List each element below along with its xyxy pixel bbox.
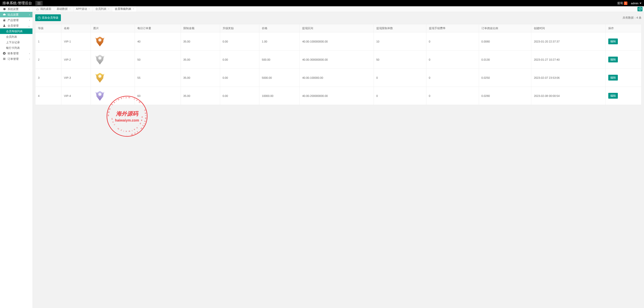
table-cell: 编辑 bbox=[606, 87, 641, 105]
table-cell: 55 bbox=[135, 69, 181, 87]
sidebar-item[interactable]: 银行卡列表 bbox=[0, 45, 32, 51]
table-cell: 5000.00 bbox=[259, 69, 300, 87]
menu-toggle-button[interactable] bbox=[35, 1, 43, 6]
table-cell: 0 bbox=[374, 69, 426, 87]
table-cell: 0 bbox=[426, 32, 479, 51]
chevron-icon: ⌄ bbox=[28, 24, 30, 27]
close-icon[interactable]: × bbox=[108, 8, 109, 10]
edit-button[interactable]: 编辑 bbox=[608, 75, 618, 81]
sidebar-item-label: 会员列表 bbox=[6, 35, 30, 39]
table-cell: 0 bbox=[426, 69, 479, 87]
tab[interactable]: 会员列表× bbox=[93, 6, 112, 12]
table-row: 4VIP-46035.000.0010000.0040.00-200000000… bbox=[35, 87, 641, 105]
table-cell: 40.00-100000.00 bbox=[300, 69, 374, 87]
sidebar-item-label: 系统设置 bbox=[8, 7, 29, 11]
table-cell: 35.00 bbox=[181, 51, 220, 69]
sidebar-item-label: 订单管理 bbox=[8, 57, 29, 61]
edit-button[interactable]: 编辑 bbox=[608, 38, 618, 44]
level-badge-image bbox=[93, 54, 106, 66]
close-icon[interactable]: × bbox=[69, 8, 71, 10]
svg-point-1 bbox=[98, 57, 101, 60]
money-icon bbox=[3, 52, 6, 55]
chevron-icon: ‹ bbox=[29, 8, 30, 11]
close-icon[interactable]: × bbox=[89, 8, 90, 10]
table-cell: 2023-01-20 22:37:37 bbox=[531, 32, 606, 51]
notice-button[interactable]: 提现 1 bbox=[617, 1, 627, 5]
gear-icon bbox=[3, 7, 6, 11]
table-cell: 10000.00 bbox=[259, 87, 300, 105]
sidebar: 系统设置‹站点设置‹产品管理‹会员管理⌄会员等级列表会员列表上下分记录银行卡列表… bbox=[0, 6, 33, 308]
hamburger-icon bbox=[37, 2, 41, 5]
sidebar-item-label: 产品管理 bbox=[8, 18, 29, 22]
table-cell: VIP-1 bbox=[61, 32, 91, 51]
app-title: 排单系统-管理后台 bbox=[3, 1, 32, 6]
tab[interactable]: 基础数据× bbox=[54, 6, 73, 12]
table-cell: 0 bbox=[374, 87, 426, 105]
tab-label: APP滚动 bbox=[76, 7, 87, 11]
user-icon bbox=[3, 24, 6, 27]
content-area: + 添加会员等级 共有数据：4 条 等级名称图片每日订单量限制金额升级奖励价格提… bbox=[33, 12, 644, 308]
header: 排单系统-管理后台 提现 1 admin bbox=[0, 0, 644, 6]
table-cell: 35.00 bbox=[181, 32, 220, 51]
table-cell: 0 bbox=[426, 87, 479, 105]
level-badge-image bbox=[93, 72, 106, 84]
table-cell: 35.00 bbox=[181, 69, 220, 87]
caret-down-icon bbox=[639, 3, 641, 4]
table-cell: 2 bbox=[35, 51, 61, 69]
table-cell: VIP-4 bbox=[61, 87, 91, 105]
table-cell: 0.0280 bbox=[479, 87, 531, 105]
svg-point-2 bbox=[98, 75, 101, 78]
table-cell: 0.00 bbox=[220, 69, 259, 87]
tab[interactable]: APP滚动× bbox=[73, 6, 93, 12]
sidebar-item[interactable]: 会员等级列表 bbox=[0, 28, 32, 34]
tab-label: 会员列表 bbox=[95, 7, 106, 11]
table-cell bbox=[91, 69, 135, 87]
table-cell: VIP-2 bbox=[61, 51, 91, 69]
notice-label: 提现 bbox=[617, 1, 623, 5]
table-header: 升级奖励 bbox=[220, 24, 259, 32]
table-cell: 1 bbox=[35, 32, 61, 51]
sidebar-item[interactable]: 上下分记录 bbox=[0, 40, 32, 45]
table-cell bbox=[91, 51, 135, 69]
table-cell bbox=[91, 87, 135, 105]
table-cell: 0.0080 bbox=[479, 32, 531, 51]
chevron-icon: ‹ bbox=[29, 58, 30, 60]
tab[interactable]: 会员等级列表× bbox=[112, 6, 137, 12]
edit-button[interactable]: 编辑 bbox=[608, 93, 618, 99]
table-cell: 0.0130 bbox=[479, 51, 531, 69]
sidebar-item[interactable]: 会员管理⌄ bbox=[0, 23, 32, 28]
sidebar-item-label: 银行卡列表 bbox=[6, 46, 30, 50]
table-cell: 2023-01-27 10:27:40 bbox=[531, 51, 606, 69]
refresh-button[interactable] bbox=[637, 7, 642, 11]
home-icon bbox=[36, 8, 39, 10]
notice-badge: 1 bbox=[624, 2, 627, 5]
sidebar-item[interactable]: 产品管理‹ bbox=[0, 17, 32, 23]
sidebar-item[interactable]: 站点设置‹ bbox=[0, 12, 32, 17]
table-cell: 10 bbox=[374, 32, 426, 51]
sidebar-item[interactable]: 系统设置‹ bbox=[0, 6, 32, 12]
close-icon[interactable]: × bbox=[133, 8, 134, 10]
tabs-bar: 我的桌面基础数据×APP滚动×会员列表×会员等级列表× bbox=[33, 6, 644, 12]
table-row: 3VIP-35535.000.005000.0040.00-100000.000… bbox=[35, 69, 641, 87]
sidebar-item[interactable]: 订单管理‹ bbox=[0, 56, 32, 62]
sidebar-item-label: 会员管理 bbox=[8, 24, 28, 28]
tab[interactable]: 我的桌面 bbox=[34, 6, 54, 12]
table-header: 每日订单量 bbox=[135, 24, 181, 32]
table-cell: 4 bbox=[35, 87, 61, 105]
table-cell: 50 bbox=[374, 51, 426, 69]
sidebar-item[interactable]: 财务管理‹ bbox=[0, 51, 32, 56]
sidebar-item-label: 上下分记录 bbox=[6, 41, 30, 44]
table-cell: 60 bbox=[135, 87, 181, 105]
edit-button[interactable]: 编辑 bbox=[608, 57, 618, 62]
add-level-button[interactable]: + 添加会员等级 bbox=[35, 14, 61, 21]
table-cell: VIP-3 bbox=[61, 69, 91, 87]
chevron-icon: ‹ bbox=[29, 13, 30, 16]
svg-text:haiwaiym.com: haiwaiym.com bbox=[115, 118, 139, 122]
list-icon bbox=[3, 57, 6, 61]
sidebar-item-label: 站点设置 bbox=[8, 13, 29, 17]
sidebar-item[interactable]: 会员列表 bbox=[0, 34, 32, 40]
user-menu[interactable]: admin bbox=[631, 2, 641, 5]
tab-label: 基础数据 bbox=[57, 7, 68, 11]
table-header: 订单佣金比例 bbox=[479, 24, 531, 32]
level-badge-image bbox=[93, 35, 106, 48]
